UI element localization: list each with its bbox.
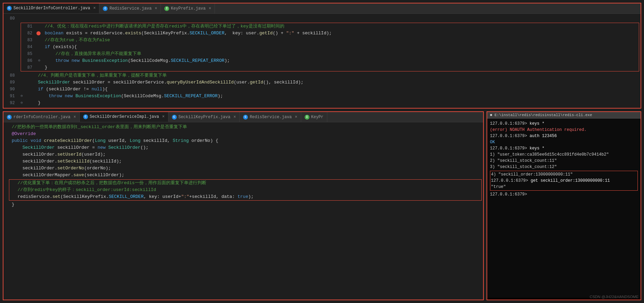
t-line-4: OK <box>490 139 638 145</box>
tab-redis-service[interactable]: C RedisService.java × <box>99 3 161 13</box>
no-bp-83 <box>36 38 41 42</box>
tab-close7[interactable]: × <box>295 115 297 120</box>
bottom-line-1: //把秒杀的一些简单的数据存到t_seckill_order表里面，用来判断用户… <box>3 124 483 131</box>
bl-4: SeckillOrder seckillOrder = new SeckillO… <box>10 144 483 151</box>
tab-label8: KeyPr <box>311 115 324 120</box>
line-num-91: 91 <box>3 93 19 100</box>
blhl-2: //存到redis中key的样子：seckill_order:userId:se… <box>16 187 481 193</box>
tab-icon-i2: I <box>305 115 309 120</box>
bottom-line-hl-1: //优化重复下单：在用户成功秒杀之后，把数据也存redis一份，用作后面的重复下… <box>9 180 481 187</box>
tab-close3[interactable]: × <box>209 6 211 11</box>
tab-label: SeckillOrderInfoController.java <box>13 6 90 11</box>
line-content-92: } <box>26 100 641 106</box>
t-line-7: 2) "seckill_stock_count:11" <box>490 158 638 164</box>
top-code-area: 80 81 //4、优化：现在现在redis中进行判断该请求的用户是否存在red… <box>3 14 641 108</box>
line-content-84: if (exists){ <box>43 44 639 50</box>
bottom-line-8: seckillOrderMapper.save(seckillOrder); <box>3 172 483 179</box>
line-content-83: //存在为true，不存在为false <box>43 37 639 44</box>
bottom-left-panel: C rderInfoController.java × C SeckillOrd… <box>3 111 484 300</box>
line-content-91: throw new BusinessException(SeckillCodeM… <box>26 93 641 100</box>
line-num-87: 87 <box>21 64 36 71</box>
no-bp-81 <box>36 24 41 29</box>
line-num-83: 83 <box>21 37 36 44</box>
fold-92: ⊖ <box>20 101 24 105</box>
code-line-90: 90 if (seckillOrder != null){ <box>3 86 641 93</box>
no-bp-90 <box>19 87 23 91</box>
code-line-92: 92 ⊖ } <box>3 100 641 106</box>
t-line-2: (error) NOAUTH Authentication required. <box>490 127 638 133</box>
no-bp-88 <box>19 74 23 78</box>
fold-91: ⊖ <box>20 94 24 98</box>
tab-icon-i: I <box>164 6 169 11</box>
t-line-5: 127.0.0.1:6379> keys * <box>490 145 638 152</box>
no-bp-87 <box>36 66 41 70</box>
line-content-80 <box>26 15 641 22</box>
breakpoint-82 <box>36 31 41 35</box>
code-line-82: 82 boolean exists = redisService.exists(… <box>21 30 639 37</box>
bottom-line-6: seckillOrder.setSeckillId(seckillId); <box>3 158 483 165</box>
bl-9: } <box>10 201 483 208</box>
line-num-92: 92 <box>3 100 19 106</box>
tab-seckill-order-controller[interactable]: C SeckillOrderInfoController.java × <box>3 3 99 13</box>
bottom-line-hl-2: //存到redis中key的样子：seckill_order:userId:se… <box>9 187 481 193</box>
tab-key-prefix[interactable]: I KeyPrefix.java × <box>161 3 215 13</box>
tab-label7: RedisService.java <box>250 115 292 120</box>
line-content-85: //存在，直接抛异常表示用户不能重复下单 <box>43 50 639 57</box>
line-num-89: 89 <box>3 79 19 86</box>
tab-order-controller[interactable]: C rderInfoController.java × <box>3 112 80 122</box>
line-content-86: throw new BusinessException(SeckillCodeM… <box>43 57 639 64</box>
code-line-81: 81 //4、优化：现在现在redis中进行判断该请求的用户是否存在redis中… <box>21 23 639 30</box>
tab-close5[interactable]: × <box>162 114 164 119</box>
bottom-line-2: @Override <box>3 131 483 137</box>
line-num-88: 88 <box>3 72 19 79</box>
tab-label2: RedisService.java <box>109 6 151 11</box>
t-line-3: 127.0.0.1:6379> auth 123456 <box>490 133 638 139</box>
tab-close6[interactable]: × <box>233 115 236 120</box>
tab-seckill-service-impl[interactable]: C SeckillOrderServiceImpl.java × <box>80 112 168 122</box>
main-container: C SeckillOrderInfoController.java × C Re… <box>0 0 644 303</box>
tab-icon-c2: C <box>103 6 108 11</box>
tab-icon-c6: C <box>243 115 248 120</box>
tab-seckill-key-prefix[interactable]: C SeckillKeyPrefix.java × <box>168 112 240 122</box>
tab-label6: SeckillKeyPrefix.java <box>178 115 230 120</box>
t-line-6: 1) "user_token:ca385ee6d15c4cc891fd4e0b7… <box>490 152 638 158</box>
bottom-line-hl-3: redisService.set(SeckillKeyPrefix.SECKIL… <box>9 193 481 200</box>
bl-1: //把秒杀的一些简单的数据存到t_seckill_order表里面，用来判断用户… <box>10 124 483 131</box>
code-line-91: 91 ⊖ throw new BusinessException(Seckill… <box>3 93 641 100</box>
bottom-line-4: SeckillOrder seckillOrder = new SeckillO… <box>3 144 483 151</box>
fold-86: ⊖ <box>37 59 41 63</box>
tab-redis-service2[interactable]: C RedisService.java × <box>240 112 301 122</box>
tab-keypr[interactable]: I KeyPr <box>301 112 327 122</box>
bottom-tab-bar: C rderInfoController.java × C SeckillOrd… <box>3 112 483 122</box>
tab-label3: KeyPrefix.java <box>171 6 206 11</box>
line-content-90: if (seckillOrder != null){ <box>26 86 641 93</box>
blhl-3: redisService.set(SeckillKeyPrefix.SECKIL… <box>16 193 481 200</box>
line-num-86: 86 <box>21 57 36 64</box>
line-num-80: 80 <box>3 15 19 22</box>
tab-icon-c: C <box>7 6 12 11</box>
tab-close4[interactable]: × <box>74 115 76 120</box>
bottom-line-5: seckillOrder.setUserId(userId); <box>3 151 483 158</box>
tab-label4: rderInfoController.java <box>13 115 70 120</box>
tab-icon-c3: C <box>7 115 12 120</box>
terminal-title: ■ E:\install\redis\redisinstall\redis-cl… <box>490 113 592 117</box>
t-line-8: 3) "seckill_stock_count:12" <box>490 164 638 170</box>
t-line-1: 127.0.0.1:6379> keys * <box>490 121 638 127</box>
bottom-line-7: seckillOrder.setOrderNo(orderNo); <box>3 165 483 172</box>
code-line-84: 84 if (exists){ <box>21 44 639 50</box>
bottom-line-3: public void createSeckillOrder(Long user… <box>3 137 483 144</box>
terminal-titlebar: ■ E:\install\redis\redisinstall\redis-cl… <box>487 112 641 119</box>
tab-close[interactable]: × <box>93 6 96 11</box>
t-line-9: 4) "seckill_order:13000000000:11" <box>491 171 637 178</box>
code-line-85: 85 //存在，直接抛异常表示用户不能重复下单 <box>21 50 639 57</box>
t-line-10: 127.0.0.1:6379> get seckill_order:130000… <box>491 178 637 184</box>
line-content-89: SeckillOrder seckillOrder = seckillOrder… <box>26 79 641 86</box>
tab-close2[interactable]: × <box>155 6 157 11</box>
tab-icon-c4: C <box>83 114 88 119</box>
line-num-85: 85 <box>21 50 36 57</box>
line-content-87: } <box>43 64 639 71</box>
tab-icon-c5: C <box>172 115 177 120</box>
line-num-90: 90 <box>3 86 19 93</box>
bottom-code-area: //把秒杀的一些简单的数据存到t_seckill_order表里面，用来判断用户… <box>3 122 483 210</box>
line-num-81: 81 <box>21 23 36 30</box>
